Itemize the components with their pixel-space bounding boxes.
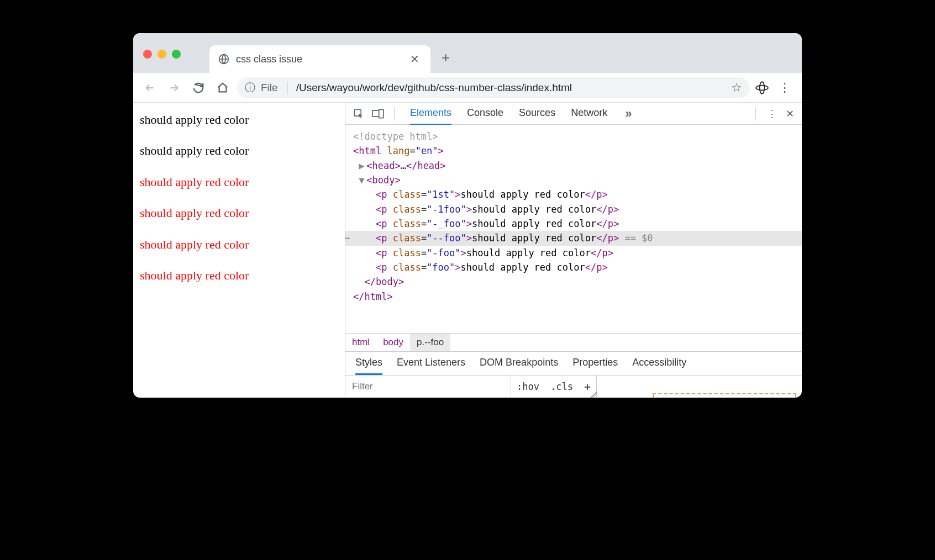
page-paragraph: should apply red color [140, 237, 338, 252]
hov-toggle[interactable]: :hov [511, 377, 545, 397]
devtools-menu-button[interactable]: ⋮ [767, 108, 777, 120]
page-paragraph: should apply red color [140, 113, 338, 127]
reload-button[interactable] [188, 78, 208, 98]
page-paragraph: should apply red color [140, 175, 338, 189]
dom-node[interactable]: <p class="1st">should apply red color</p… [345, 187, 802, 202]
devtools-header: ElementsConsoleSourcesNetwork » ⋮ ✕ [345, 103, 802, 125]
page-paragraph: should apply red color [140, 206, 338, 220]
tab-close-button[interactable]: ✕ [408, 52, 422, 66]
styles-filter-box [345, 376, 511, 398]
dom-node[interactable]: </body> [345, 274, 802, 289]
element-breadcrumb: htmlbodyp.--foo [345, 333, 802, 351]
styles-filter-row: :hov .cls + [345, 375, 802, 398]
separator [755, 107, 756, 120]
styles-filter-input[interactable] [345, 377, 511, 397]
info-icon: ⓘ [245, 81, 255, 95]
inspect-element-icon[interactable] [353, 108, 364, 119]
url-path: /Users/wayou/work/dev/github/css-number-… [296, 82, 572, 94]
dom-node[interactable]: </html> [345, 289, 802, 304]
rendered-page: should apply red colorshould apply red c… [133, 103, 345, 398]
url-divider [287, 82, 287, 94]
breadcrumb-item[interactable]: body [376, 334, 410, 351]
content-area: should apply red colorshould apply red c… [133, 103, 802, 398]
browser-menu-button[interactable]: ⋮ [774, 81, 795, 95]
dom-node[interactable]: ▶<head>…</head> [345, 159, 802, 173]
new-tab-button[interactable]: + [442, 49, 450, 66]
page-paragraph: should apply red color [140, 144, 338, 158]
styles-tab-dom-breakpoints[interactable]: DOM Breakpoints [480, 352, 558, 375]
dom-node[interactable]: ▼<body> [345, 173, 802, 187]
devtools-tabs: ElementsConsoleSourcesNetwork [405, 103, 607, 125]
extension-icon[interactable] [754, 80, 770, 96]
svg-point-2 [760, 82, 765, 94]
page-paragraph: should apply red color [140, 268, 338, 283]
dom-node[interactable]: <!doctype html> [345, 129, 802, 144]
window-minimize-button[interactable] [157, 50, 166, 59]
styles-tab-accessibility[interactable]: Accessibility [632, 352, 686, 375]
dom-node[interactable]: <p class="-1foo">should apply red color<… [345, 202, 802, 216]
breadcrumb-item[interactable]: html [345, 334, 376, 351]
devtools-close-button[interactable]: ✕ [786, 108, 794, 120]
dom-node[interactable]: <p class="-foo">should apply red color</… [345, 246, 802, 260]
back-button[interactable] [140, 78, 160, 98]
svg-point-1 [756, 85, 768, 90]
styles-tabs: StylesEvent ListenersDOM BreakpointsProp… [345, 351, 802, 375]
forward-button[interactable] [164, 78, 184, 98]
devtools-tab-sources[interactable]: Sources [519, 103, 555, 125]
titlebar: css class issue ✕ + [133, 33, 802, 73]
toolbar: ⓘ File /Users/wayou/work/dev/github/css-… [133, 73, 802, 103]
address-bar[interactable]: ⓘ File /Users/wayou/work/dev/github/css-… [237, 77, 750, 98]
browser-window: css class issue ✕ + ⓘ File /Users/wayou/… [133, 33, 802, 398]
dom-node[interactable]: <p class="--foo">should apply red color<… [345, 231, 802, 245]
svg-rect-5 [379, 109, 384, 118]
dom-node[interactable]: <p class="-_foo">should apply red color<… [345, 216, 802, 231]
styles-tab-styles[interactable]: Styles [355, 352, 382, 375]
devtools-tab-elements[interactable]: Elements [410, 103, 451, 125]
devtools-more-tabs-icon[interactable]: » [625, 107, 632, 121]
globe-icon [218, 54, 229, 65]
dom-node[interactable]: <p class="foo">should apply red color</p… [345, 260, 802, 274]
separator [394, 107, 395, 120]
styles-tab-properties[interactable]: Properties [572, 352, 618, 375]
devtools-tab-console[interactable]: Console [467, 103, 503, 125]
tab-title: css class issue [236, 54, 401, 65]
breadcrumb-item[interactable]: p.--foo [410, 334, 450, 351]
device-toolbar-icon[interactable] [372, 108, 384, 119]
devtools-panel: ElementsConsoleSourcesNetwork » ⋮ ✕ <!do… [345, 103, 802, 398]
cls-toggle[interactable]: .cls [545, 377, 579, 397]
bookmark-star-icon[interactable]: ☆ [731, 81, 742, 95]
home-button[interactable] [213, 78, 233, 98]
traffic-lights [143, 50, 181, 59]
url-scheme: File [261, 82, 278, 94]
devtools-tab-network[interactable]: Network [571, 103, 607, 125]
window-close-button[interactable] [143, 50, 152, 59]
window-maximize-button[interactable] [172, 50, 181, 59]
dom-node[interactable]: <html lang="en"> [345, 144, 802, 158]
box-model-preview [597, 376, 802, 398]
dom-tree[interactable]: <!doctype html><html lang="en"> ▶<head>…… [345, 125, 802, 333]
styles-tab-event-listeners[interactable]: Event Listeners [397, 352, 465, 375]
resize-corner-icon [589, 390, 597, 398]
browser-tab[interactable]: css class issue ✕ [209, 45, 430, 73]
